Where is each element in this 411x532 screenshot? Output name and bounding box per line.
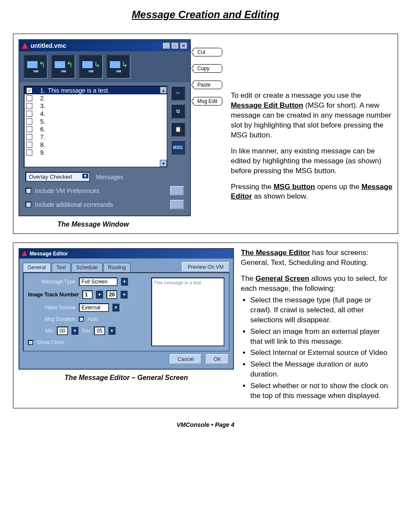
message-row[interactable]: 4.: [25, 110, 167, 118]
tab-schedule[interactable]: Schedule: [72, 263, 103, 272]
chevron-down-icon[interactable]: ▼: [121, 291, 128, 299]
min-input[interactable]: 00: [57, 327, 68, 335]
svg-marker-0: [22, 43, 28, 49]
tab-text[interactable]: Text: [52, 263, 71, 272]
minimize-button[interactable]: _: [162, 42, 170, 49]
message-row[interactable]: ✓ 1. This message is a test.: [25, 87, 167, 94]
scissors-icon: ✂: [176, 90, 180, 96]
message-row[interactable]: 7.: [25, 133, 167, 141]
chevron-down-icon[interactable]: ▼: [96, 291, 103, 299]
text: To edit or create a message you use the: [231, 91, 361, 100]
vm-chip-icon: [27, 61, 38, 68]
page-footer: VMConsole • Page 4: [13, 421, 398, 428]
message-editor-window: Message Editor General Text Schedule Rou…: [19, 248, 234, 370]
vm-chip-icon: [109, 61, 121, 68]
term-message-edit-button: Message Edit Button: [231, 101, 303, 109]
sec-label: Sec: [82, 328, 91, 334]
msg-edit-button[interactable]: MSG: [171, 140, 185, 155]
figure-2-box: Message Editor General Text Schedule Rou…: [13, 243, 398, 408]
copy-button[interactable]: ⧉: [171, 104, 185, 118]
checkbox-icon[interactable]: [26, 134, 32, 140]
overlay-dropdown[interactable]: Overlay Checked: [25, 172, 90, 182]
sec-input[interactable]: 05: [94, 327, 105, 335]
svg-marker-1: [22, 251, 27, 256]
figure2-caption: The Message Editor – General Screen: [19, 374, 234, 382]
checkbox-icon[interactable]: [26, 126, 32, 132]
callout-paste: Paste: [193, 81, 222, 89]
scroll-up-button[interactable]: ▴: [160, 87, 167, 93]
paste-button[interactable]: 📋: [171, 122, 185, 137]
message-row[interactable]: 8.: [25, 141, 167, 149]
term-general-screen: General Screen: [255, 274, 309, 283]
cmds-browse-button[interactable]: …: [170, 200, 184, 209]
bullet-item: Select whether or not to show the clock …: [250, 381, 392, 401]
chevron-down-icon[interactable]: ▼: [72, 327, 78, 335]
arrow-right-icon: ↳: [121, 61, 128, 68]
vm-prefs-browse-button[interactable]: …: [170, 186, 184, 196]
chevron-down-icon[interactable]: ▼: [121, 278, 128, 286]
checkbox-icon[interactable]: [26, 149, 32, 156]
preview-on-vm-button[interactable]: Preview On VM: [182, 262, 230, 272]
chevron-down-icon[interactable]: ▼: [112, 304, 119, 311]
overlay-label: Messages: [96, 174, 124, 180]
message-number: 1.: [35, 87, 45, 94]
cancel-button[interactable]: Cancel: [170, 354, 201, 364]
maximize-button[interactable]: □: [171, 42, 179, 49]
vm-chip-icon: [54, 61, 65, 68]
show-clock-checkbox[interactable]: Show Clock: [28, 339, 64, 345]
tab-general[interactable]: General: [23, 263, 51, 272]
checkbox-icon[interactable]: [26, 95, 32, 101]
cut-button[interactable]: ✂: [171, 86, 185, 100]
message-row[interactable]: 2.: [25, 94, 167, 102]
message-number: 7.: [35, 134, 45, 140]
bullet-item: Select an image from an external player …: [250, 327, 392, 347]
callout-cut: Cut: [193, 48, 222, 56]
text: Pressing the: [231, 183, 274, 191]
message-number: 2.: [35, 95, 45, 102]
vm-toolbar: ↰ VM ↰ VM ↳: [19, 51, 190, 82]
vm-label: VM: [33, 69, 38, 73]
include-vm-checkbox[interactable]: Include VM Preferences: [25, 187, 99, 194]
term-msg-button: MSG button: [274, 183, 315, 191]
editor-title: Message Editor: [30, 251, 68, 257]
message-row[interactable]: 5.: [25, 118, 167, 125]
vm-label: VM: [88, 69, 93, 73]
checkbox-icon[interactable]: [26, 103, 32, 109]
vm-slot-3[interactable]: ↳ VM: [79, 55, 103, 79]
track-number-a[interactable]: 1: [82, 290, 93, 299]
video-source-select[interactable]: External: [79, 303, 109, 312]
vm-slot-1[interactable]: ↰ VM: [24, 55, 48, 79]
clipboard-icon: 📋: [175, 126, 181, 132]
message-list[interactable]: ▴ ✓ 1. This message is a test. 2. 3. 4. …: [24, 86, 168, 168]
include-cmds-checkbox[interactable]: Include additional commands: [25, 201, 113, 208]
message-number: 8.: [35, 141, 45, 148]
checkbox-icon[interactable]: [26, 118, 32, 124]
vm-slot-4[interactable]: ↳ VM: [106, 55, 131, 79]
image-track-label: Image Track Number: [28, 292, 79, 298]
message-row[interactable]: 9.: [25, 149, 167, 156]
msg-duration-label: Msg Duration: [28, 316, 75, 322]
bullet-item: Select Internal or External source of Vi…: [250, 348, 392, 358]
arrow-right-icon: ↳: [94, 61, 100, 68]
message-row[interactable]: 6.: [25, 125, 167, 133]
app-logo-icon: [22, 251, 27, 257]
vm-chip-icon: [82, 61, 93, 68]
titlebar: untitled.vmc _ □ ✕: [19, 40, 190, 51]
include-cmds-label: Include additional commands: [35, 201, 113, 208]
track-number-b[interactable]: 20: [106, 290, 117, 299]
close-button[interactable]: ✕: [180, 42, 187, 49]
callout-copy: Copy: [193, 64, 222, 73]
message-type-select[interactable]: Full Screen: [79, 277, 118, 286]
checkbox-icon[interactable]: [26, 142, 32, 148]
checkbox-icon[interactable]: ✓: [26, 87, 32, 93]
checkbox-icon[interactable]: [26, 111, 32, 117]
tab-routing[interactable]: Routing: [103, 263, 131, 272]
auto-checkbox[interactable]: Auto: [79, 316, 98, 322]
scroll-down-button[interactable]: ▾: [160, 160, 167, 167]
message-type-label: Message Type: [28, 279, 75, 285]
ok-button[interactable]: OK: [206, 354, 229, 364]
vm-slot-2[interactable]: ↰ VM: [51, 55, 75, 79]
text: opens up the: [315, 183, 361, 191]
message-row[interactable]: 3.: [25, 102, 167, 110]
chevron-down-icon[interactable]: ▼: [109, 327, 115, 335]
